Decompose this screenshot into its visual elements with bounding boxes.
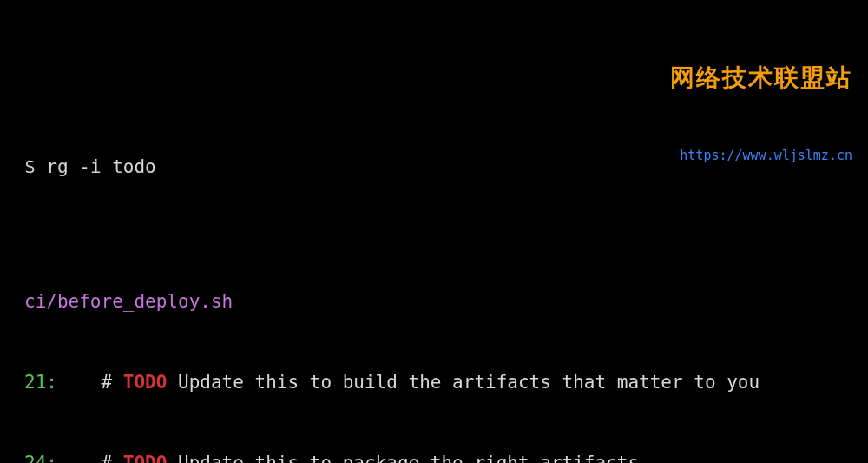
command-line: $ rg -i todo <box>24 154 844 181</box>
prompt-symbol: $ <box>24 156 36 177</box>
entered-command: rg -i todo <box>46 156 155 177</box>
result-file-path: ci/before_deploy.sh <box>24 288 844 315</box>
match-text: TODO <box>123 453 168 463</box>
line-text-before: # <box>57 372 123 393</box>
line-number: 24 <box>24 453 46 463</box>
terminal-window[interactable]: 网络技术联盟站 https://www.wljslmz.cn $ rg -i t… <box>0 0 868 463</box>
watermark-title: 网络技术联盟站 <box>670 64 852 92</box>
line-text-after: Update this to build the artifacts that … <box>167 372 760 393</box>
line-number: 21 <box>24 372 46 393</box>
match-text: TODO <box>123 372 168 393</box>
line-text-after: Update this to package the right artifac… <box>167 453 639 463</box>
watermark: 网络技术联盟站 https://www.wljslmz.cn <box>670 10 852 219</box>
result-line: 21: # TODO Update this to build the arti… <box>24 369 844 396</box>
line-text-before: # <box>57 453 123 463</box>
result-line: 24: # TODO Update this to package the ri… <box>24 450 844 463</box>
